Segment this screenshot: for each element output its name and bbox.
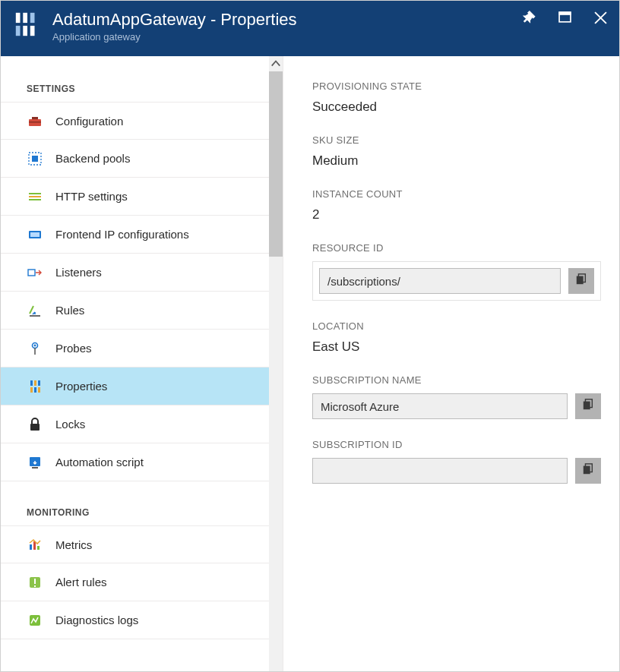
sidebar-item-diagnostics-logs[interactable]: Diagnostics logs <box>1 601 269 639</box>
sidebar-item-locks[interactable]: Locks <box>1 405 269 443</box>
titlebar: AdatumAppGateway - Properties Applicatio… <box>1 1 619 56</box>
ipcfg-icon <box>27 226 43 243</box>
sidebar-item-alert-rules[interactable]: Alert rules <box>1 563 269 601</box>
value-location: East US <box>312 339 601 355</box>
window-subtitle: Application gateway <box>52 31 512 43</box>
field-sku-size: SKU SIZE Medium <box>312 134 601 169</box>
value-sku-size: Medium <box>312 153 601 169</box>
copy-row-subscription-id <box>312 458 601 484</box>
nav-list-settings: ConfigurationBackend poolsHTTP settingsF… <box>1 102 269 481</box>
sidebar-item-label: Frontend IP configurations <box>55 228 189 241</box>
section-label-monitoring: MONITORING <box>1 501 269 525</box>
sidebar-item-label: Locks <box>55 418 85 431</box>
listener-icon <box>27 264 43 281</box>
field-instance-count: INSTANCE COUNT 2 <box>312 188 601 222</box>
sidebar-item-label: Configuration <box>55 115 123 128</box>
copy-button-subscription-name[interactable] <box>575 393 601 419</box>
copy-row-subscription-name: Microsoft Azure <box>312 393 601 419</box>
label-resource-id: RESOURCE ID <box>312 242 601 254</box>
sidebar-item-label: Backend pools <box>55 152 130 165</box>
maximize-button[interactable] <box>558 11 571 24</box>
sidebar: SETTINGS ConfigurationBackend poolsHTTP … <box>1 56 269 671</box>
field-location: LOCATION East US <box>312 320 601 355</box>
lock-icon <box>27 416 43 433</box>
sidebar-item-probes[interactable]: Probes <box>1 330 269 368</box>
field-subscription-name: SUBSCRIPTION NAME Microsoft Azure <box>312 374 601 419</box>
body: SETTINGS ConfigurationBackend poolsHTTP … <box>1 56 619 671</box>
scrollbar[interactable] <box>269 56 283 671</box>
sidebar-item-label: HTTP settings <box>55 190 128 203</box>
probe-icon <box>27 340 43 357</box>
input-subscription-name[interactable]: Microsoft Azure <box>312 393 568 419</box>
metrics-icon <box>27 536 43 553</box>
sidebar-item-properties[interactable]: Properties <box>1 368 269 405</box>
sidebar-item-label: Listeners <box>55 266 102 279</box>
alert-icon <box>27 574 43 591</box>
section-label-settings: SETTINGS <box>1 77 269 102</box>
window-title: AdatumAppGateway - Properties <box>52 10 512 30</box>
copy-button-resource-id[interactable] <box>568 268 594 294</box>
scroll-up-button[interactable] <box>269 56 283 71</box>
field-resource-id: RESOURCE ID /subscriptions/ <box>312 242 601 301</box>
sidebar-wrap: SETTINGS ConfigurationBackend poolsHTTP … <box>1 56 283 671</box>
sidebar-item-configuration[interactable]: Configuration <box>1 102 269 140</box>
input-subscription-id[interactable] <box>312 458 568 484</box>
label-instance-count: INSTANCE COUNT <box>312 188 601 200</box>
sidebar-item-label: Diagnostics logs <box>55 614 138 626</box>
value-instance-count: 2 <box>312 207 601 222</box>
field-subscription-id: SUBSCRIPTION ID <box>312 439 601 484</box>
sidebar-item-label: Properties <box>55 380 107 393</box>
pin-button[interactable] <box>523 11 536 24</box>
diag-icon <box>27 612 43 629</box>
copy-row-resource-id: /subscriptions/ <box>312 261 601 301</box>
titlebar-texts: AdatumAppGateway - Properties Applicatio… <box>52 10 512 43</box>
sidebar-item-label: Probes <box>55 342 92 355</box>
sidebar-item-frontend-ip-configurations[interactable]: Frontend IP configurations <box>1 216 269 254</box>
sidebar-item-backend-pools[interactable]: Backend pools <box>1 140 269 178</box>
sidebar-item-automation-script[interactable]: Automation script <box>1 443 269 481</box>
pool-icon <box>27 150 43 167</box>
field-provisioning-state: PROVISIONING STATE Succeeded <box>312 80 601 115</box>
label-provisioning-state: PROVISIONING STATE <box>312 80 601 92</box>
sidebar-item-metrics[interactable]: Metrics <box>1 525 269 563</box>
sidebar-item-label: Metrics <box>55 538 92 551</box>
close-button[interactable] <box>594 11 607 24</box>
script-icon <box>27 454 43 471</box>
label-subscription-name: SUBSCRIPTION NAME <box>312 374 601 386</box>
titlebar-controls <box>523 10 607 24</box>
content: PROVISIONING STATE Succeeded SKU SIZE Me… <box>283 56 619 671</box>
sidebar-item-listeners[interactable]: Listeners <box>1 254 269 292</box>
http-icon <box>27 188 43 205</box>
copy-icon <box>575 273 587 289</box>
window: AdatumAppGateway - Properties Applicatio… <box>0 0 620 672</box>
nav-list-monitoring: MetricsAlert rulesDiagnostics logs <box>1 525 269 639</box>
sidebar-item-label: Rules <box>55 304 84 317</box>
copy-icon <box>582 463 594 478</box>
scroll-thumb[interactable] <box>269 71 283 257</box>
copy-icon <box>582 399 594 414</box>
label-sku-size: SKU SIZE <box>312 134 601 146</box>
sidebar-item-http-settings[interactable]: HTTP settings <box>1 178 269 216</box>
label-location: LOCATION <box>312 320 601 332</box>
sidebar-item-label: Alert rules <box>55 576 107 588</box>
rules-icon <box>27 302 43 319</box>
sidebar-item-label: Automation script <box>55 456 144 469</box>
sidebar-item-rules[interactable]: Rules <box>1 292 269 330</box>
properties-icon <box>27 378 43 395</box>
appgateway-icon <box>13 10 42 42</box>
copy-button-subscription-id[interactable] <box>575 458 601 484</box>
toolbox-icon <box>27 112 43 129</box>
input-resource-id[interactable]: /subscriptions/ <box>319 268 561 294</box>
value-provisioning-state: Succeeded <box>312 99 601 115</box>
label-subscription-id: SUBSCRIPTION ID <box>312 439 601 450</box>
